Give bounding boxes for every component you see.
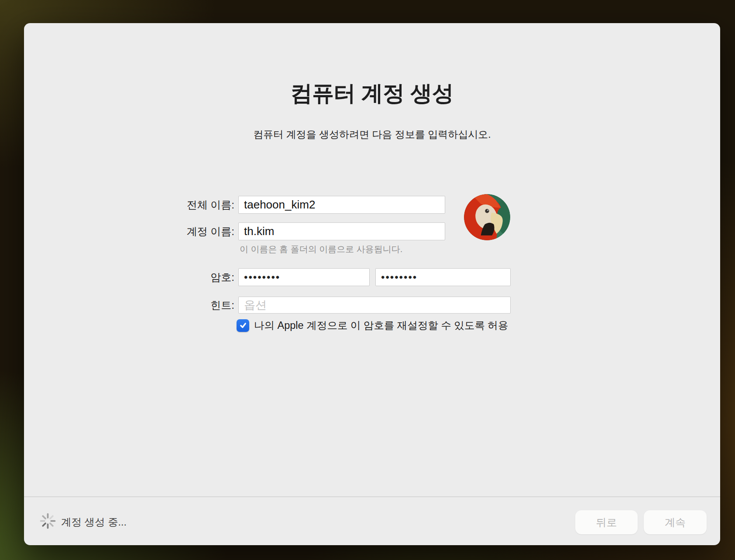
hint-input[interactable] — [238, 297, 511, 314]
password-verify-input[interactable] — [375, 268, 511, 286]
back-button[interactable]: 뒤로 — [575, 510, 638, 534]
status-text: 계정 생성 중... — [61, 515, 127, 529]
account-name-label: 계정 이름: — [24, 222, 234, 240]
apple-id-reset-label: 나의 Apple 계정으로 이 암호를 재설정할 수 있도록 허용 — [254, 318, 508, 332]
full-name-label: 전체 이름: — [24, 196, 234, 214]
account-name-help: 이 이름은 홈 폴더의 이름으로 사용됩니다. — [240, 243, 402, 255]
parrot-avatar-image — [464, 194, 510, 240]
footer-divider — [24, 496, 720, 497]
continue-button[interactable]: 계속 — [644, 510, 707, 534]
checkmark-icon — [239, 321, 247, 329]
password-label: 암호: — [24, 268, 234, 286]
account-name-input[interactable] — [238, 222, 445, 240]
hint-label: 힌트: — [24, 297, 234, 314]
desktop-background: { "window": { "title": "컴퓨터 계정 생성", "sub… — [0, 0, 735, 560]
setup-assistant-window: 컴퓨터 계정 생성 컴퓨터 계정을 생성하려면 다음 정보를 입력하십시오. 전… — [24, 23, 720, 545]
apple-id-reset-checkbox[interactable] — [237, 319, 249, 332]
page-subtitle: 컴퓨터 계정을 생성하려면 다음 정보를 입력하십시오. — [24, 128, 720, 141]
password-input[interactable] — [238, 268, 370, 286]
page-title: 컴퓨터 계정 생성 — [24, 79, 720, 108]
spinner-icon — [40, 513, 56, 529]
full-name-input[interactable] — [238, 196, 445, 214]
user-avatar[interactable] — [464, 194, 510, 240]
apple-id-reset-row: 나의 Apple 계정으로 이 암호를 재설정할 수 있도록 허용 — [237, 318, 508, 332]
